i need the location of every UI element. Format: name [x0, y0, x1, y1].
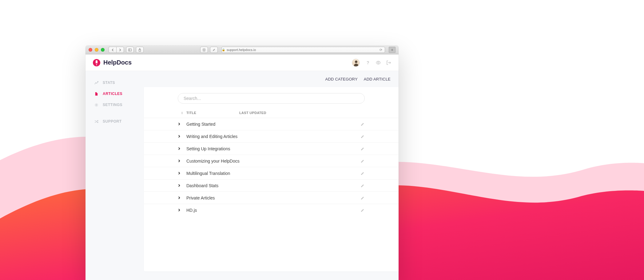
sidebar-label: ARTICLES [103, 92, 122, 96]
sidebar-label: STATS [103, 81, 115, 85]
edit-icon[interactable] [360, 208, 365, 212]
shuffle-icon [94, 120, 98, 124]
table-row[interactable]: Private Articles [144, 191, 399, 204]
svg-point-5 [96, 104, 97, 105]
edit-icon[interactable] [360, 171, 365, 175]
header-actions: ? [352, 59, 391, 67]
chevron-right-icon[interactable] [178, 196, 186, 199]
url-text: support.helpdocs.io [227, 48, 256, 52]
table-row[interactable]: Getting Started [144, 118, 399, 130]
app-content: HelpDocs ? S [85, 54, 399, 280]
table-row[interactable]: Customizing your HelpDocs [144, 155, 399, 167]
reload-icon[interactable]: ⟳ [380, 48, 382, 52]
table-row[interactable]: HD.js [144, 204, 399, 216]
logout-icon[interactable] [386, 60, 391, 65]
table-row[interactable]: Setting Up Integrations [144, 142, 399, 155]
chevron-right-icon[interactable] [178, 147, 186, 150]
edit-icon[interactable] [360, 134, 365, 139]
column-title[interactable]: TITLE [186, 111, 239, 115]
svg-point-4 [378, 62, 379, 63]
row-title: Customizing your HelpDocs [186, 159, 360, 164]
table-row[interactable]: Multilingual Translation [144, 167, 399, 179]
gear-icon [94, 103, 98, 107]
column-updated[interactable]: LAST UPDATED [239, 111, 266, 115]
minimize-window-button[interactable] [95, 48, 98, 52]
sort-icon[interactable]: ▲▼ [178, 111, 186, 114]
row-title: Private Articles [186, 195, 360, 200]
brand-logo-icon [93, 59, 100, 66]
action-bar: ADD CATEGORY ADD ARTICLE [144, 71, 399, 87]
edit-icon[interactable] [360, 196, 365, 200]
add-category-button[interactable]: ADD CATEGORY [325, 77, 358, 81]
row-title: Dashboard Stats [186, 183, 360, 188]
close-window-button[interactable] [89, 48, 92, 52]
chevron-right-icon[interactable] [178, 160, 186, 162]
row-title: Getting Started [186, 122, 360, 127]
table-body: Getting Started Writing and Editing Arti… [144, 118, 399, 216]
sidebar: STATS ARTICLES SETTINGS [85, 71, 144, 280]
sidebar-item-articles[interactable]: ARTICLES [85, 88, 144, 99]
svg-text:?: ? [367, 60, 369, 65]
sidebar-item-stats[interactable]: STATS [85, 77, 144, 88]
row-title: HD.js [186, 208, 360, 213]
share-button[interactable] [136, 47, 144, 53]
chevron-right-icon[interactable] [178, 172, 186, 175]
avatar[interactable] [352, 59, 360, 67]
chevron-right-icon[interactable] [178, 184, 186, 187]
sidebar-item-settings[interactable]: SETTINGS [85, 99, 144, 110]
row-title: Writing and Editing Articles [186, 134, 360, 139]
edit-icon[interactable] [360, 147, 365, 151]
app-header: HelpDocs ? [85, 54, 399, 71]
back-button[interactable] [109, 47, 116, 53]
brand[interactable]: HelpDocs [93, 59, 132, 66]
maximize-window-button[interactable] [101, 48, 105, 52]
brand-name: HelpDocs [103, 59, 132, 66]
help-icon[interactable]: ? [365, 60, 370, 65]
svg-rect-0 [129, 49, 131, 51]
url-bar[interactable]: 🔒 support.helpdocs.io ⟳ [221, 47, 385, 53]
table-row[interactable]: Writing and Editing Articles [144, 130, 399, 142]
window-controls [89, 48, 105, 52]
eye-icon[interactable] [376, 60, 381, 65]
stack-icon-button[interactable] [200, 47, 208, 53]
chevron-right-icon[interactable] [178, 123, 186, 125]
row-title: Setting Up Integrations [186, 146, 360, 151]
document-icon [94, 92, 98, 96]
main-area: ADD CATEGORY ADD ARTICLE ▲▼ TITLE LAST U… [144, 71, 399, 280]
edit-icon[interactable] [360, 159, 365, 163]
table-header: ▲▼ TITLE LAST UPDATED [144, 108, 399, 118]
nav-buttons [109, 47, 124, 53]
browser-toolbar: 🔒 support.helpdocs.io ⟳ + [85, 45, 399, 54]
edit-icon[interactable] [360, 122, 365, 126]
search-input[interactable] [178, 93, 365, 104]
stats-icon [94, 81, 98, 85]
add-article-button[interactable]: ADD ARTICLE [364, 77, 391, 81]
row-title: Multilingual Translation [186, 171, 360, 176]
chevron-right-icon[interactable] [178, 209, 186, 211]
edit-icon[interactable] [360, 183, 365, 188]
new-tab-button[interactable]: + [389, 47, 396, 53]
forward-button[interactable] [116, 47, 124, 53]
sidebar-toggle-button[interactable] [126, 47, 134, 53]
articles-panel: ▲▼ TITLE LAST UPDATED Getting Started Wr… [144, 87, 399, 271]
table-row[interactable]: Dashboard Stats [144, 179, 399, 191]
chevron-right-icon[interactable] [178, 135, 186, 138]
browser-window: 🔒 support.helpdocs.io ⟳ + HelpDocs ? [85, 45, 399, 280]
lock-icon: 🔒 [222, 48, 225, 51]
compass-icon-button[interactable] [210, 47, 218, 53]
sidebar-label: SUPPORT [103, 119, 122, 124]
sidebar-item-support[interactable]: SUPPORT [85, 116, 144, 127]
sidebar-label: SETTINGS [103, 103, 122, 107]
